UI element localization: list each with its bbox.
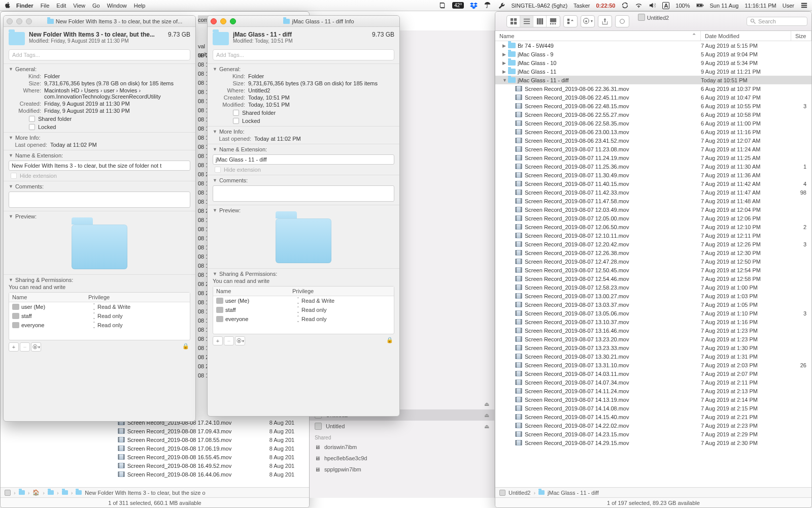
file-row[interactable]: Screen Record_2019-08-07 14.22.02.mov7 A… [495,421,811,430]
volume-icon[interactable] [649,2,656,9]
file-row[interactable]: Screen Record_2019-08-07 13.05.06.mov7 A… [495,309,811,318]
menu-window[interactable]: Window [107,3,127,9]
close-button[interactable] [211,18,217,24]
locked-checkbox[interactable]: Locked [29,124,190,130]
file-row[interactable]: Screen Record_2019-08-07 14.14.08.mov7 A… [495,404,811,412]
file-row[interactable]: Screen Record_2019-08-07 11.25.36.mov7 A… [495,162,811,171]
tags-field[interactable]: Add Tags... [9,49,190,60]
file-row[interactable]: Screen Record_2019-08-07 13.23.33.mov7 A… [495,343,811,352]
section-more-info[interactable]: ▼More Info: [213,129,394,135]
file-row[interactable]: Screen Record_2019-08-07 12.03.49.mov7 A… [495,205,811,214]
section-general[interactable]: ▼General: [9,66,190,72]
file-row[interactable]: Screen Record_2019-08-07 12.20.42.mov7 A… [495,240,811,248]
remove-user-button[interactable]: − [224,336,234,345]
wifi-name[interactable]: SINGTEL-9A62 (5ghz) [511,3,567,9]
minimize-button[interactable] [220,18,226,24]
perm-row[interactable]: staff⌃⌄Read only [9,311,190,321]
name-extension-field[interactable]: New Folder With Items 3 - to clear, but … [9,161,190,171]
section-more-info[interactable]: ▼More Info: [9,135,190,141]
file-row[interactable]: Screen Record_2019-08-07 11.23.08.mov7 A… [495,145,811,153]
disclosure-triangle-icon[interactable]: ▶ [502,60,507,66]
file-row[interactable]: Screen Record_2019-08-07 14.03.11.mov7 A… [495,369,811,378]
comments-field[interactable] [213,185,394,202]
file-row[interactable]: Screen Record_2019-08-08 16.55.45.mov8 A… [102,453,309,461]
app-name[interactable]: Finder [16,3,33,9]
locked-checkbox[interactable]: Locked [233,118,394,124]
path-segment[interactable]: jMac Glass - 11 - diff [548,490,599,496]
file-row[interactable]: Screen Record_2019-08-08 17.08.55.mov8 A… [102,435,309,444]
perm-row[interactable]: staff⌃⌄Read only [213,305,394,314]
battery-text[interactable]: 100% [675,3,690,9]
tags-field[interactable]: Add Tags... [213,49,394,60]
zoom-button[interactable] [26,18,32,24]
file-row[interactable]: Screen Record_2019-08-07 13.23.20.mov7 A… [495,335,811,343]
script-menu-icon[interactable] [438,2,446,9]
right-file-list[interactable]: ▶ Br 74 - 5W4497 Aug 2019 at 5:15 PM ▶ j… [495,41,811,497]
file-row[interactable]: Screen Record_2019-08-07 11.42.33.mov7 A… [495,188,811,197]
column-headers[interactable]: Name⌃ Date Modified Size [495,31,811,41]
file-row[interactable]: Screen Record_2019-08-07 14.11.24.mov7 A… [495,387,811,395]
notification-center-icon[interactable] [800,2,808,9]
temp-badge[interactable]: 42° [452,2,464,9]
perm-row[interactable]: user (Me)⌃⌄Read & Write [213,296,394,305]
comments-field[interactable] [9,192,190,208]
file-row[interactable]: Screen Record_2019-08-07 13.03.37.mov7 A… [495,300,811,309]
dropbox-icon[interactable] [470,2,478,9]
sync-icon[interactable] [621,2,629,9]
col-name[interactable]: Name⌃ [495,31,701,41]
file-row[interactable]: Screen Record_2019-08-07 13.10.37.mov7 A… [495,318,811,326]
file-row[interactable]: Screen Record_2019-08-07 12.05.00.mov7 A… [495,214,811,223]
file-row[interactable]: Screen Record_2019-08-08 17.09.43.mov8 A… [102,427,309,435]
file-row[interactable]: Screen Record_2019-08-07 14.15.40.mov7 A… [495,412,811,421]
tasker-menu[interactable]: Tasker [573,3,590,9]
add-user-button[interactable]: + [9,342,19,352]
file-row[interactable]: Screen Record_2019-08-07 12.54.46.mov7 A… [495,274,811,283]
folder-row[interactable]: ▶ jMac Glass - 109 Aug 2019 at 5:34 PM [495,58,811,67]
file-row[interactable]: Screen Record_2019-08-07 14.13.19.mov7 A… [495,395,811,404]
apple-logo-icon[interactable] [4,2,11,10]
file-row[interactable]: Screen Record_2019-08-07 12.06.50.mov7 A… [495,223,811,231]
file-row[interactable]: Screen Record_2019-08-07 12.47.28.mov7 A… [495,257,811,266]
folder-row[interactable]: ▶ jMac Glass - 95 Aug 2019 at 9:04 PM [495,50,811,58]
menu-view[interactable]: View [73,3,85,9]
sidebar-shared-item[interactable]: 🖥doriswin7ibm [310,441,494,453]
file-row[interactable]: Screen Record_2019-08-07 12.10.11.mov7 A… [495,231,811,240]
file-row[interactable]: Screen Record_2019-08-07 13.16.46.mov7 A… [495,326,811,335]
add-user-button[interactable]: + [213,336,223,345]
remove-user-button[interactable]: − [20,342,30,352]
perm-row[interactable]: everyone⌃⌄Read only [213,314,394,324]
file-row[interactable]: Screen Record_2019-08-07 11.24.19.mov7 A… [495,153,811,162]
timer-badge[interactable]: 0:22:50 [596,3,615,9]
path-folder-name[interactable]: New Folder With Items 3 - to clear, but … [85,490,205,496]
minimize-button[interactable] [16,18,22,24]
section-preview[interactable]: ▼Preview: [213,207,394,213]
file-row[interactable]: Screen Record_2019-08-06 23.41.52.mov7 A… [495,136,811,145]
file-row[interactable]: Screen Record_2019-08-07 14.29.15.mov7 A… [495,438,811,447]
file-row[interactable]: Screen Record_2019-08-07 14.07.34.mov7 A… [495,378,811,387]
file-row[interactable]: Screen Record_2019-08-06 23.00.13.mov6 A… [495,128,811,136]
perm-row[interactable]: everyone⌃⌄Read only [9,321,190,330]
umbrella-icon[interactable] [484,2,491,9]
file-row[interactable]: Screen Record_2019-08-07 14.23.15.mov7 A… [495,430,811,438]
file-row[interactable]: Screen Record_2019-08-07 12.26.38.mov7 A… [495,248,811,257]
shared-folder-checkbox[interactable]: Shared folder [29,116,190,122]
close-button[interactable] [7,18,13,24]
section-comments[interactable]: ▼Comments: [9,183,190,189]
file-row[interactable]: Screen Record_2019-08-07 13.30.21.mov7 A… [495,352,811,361]
name-extension-field[interactable]: jMac Glass - 11 - diff [213,154,394,165]
zoom-button[interactable] [230,18,236,24]
file-row[interactable]: Screen Record_2019-08-06 22.36.31.mov6 A… [495,84,811,93]
eject-icon[interactable]: ⏏ [484,423,489,430]
file-row[interactable]: Screen Record_2019-08-08 17.06.19.mov8 A… [102,444,309,453]
menu-go[interactable]: Go [92,3,100,9]
eject-icon[interactable]: ⏏ [484,401,489,407]
folder-row[interactable]: ▶ Br 74 - 5W4497 Aug 2019 at 5:15 PM [495,41,811,50]
tool-icon[interactable] [497,2,505,9]
keyboard-icon[interactable]: A [662,2,669,9]
file-row[interactable]: Screen Record_2019-08-07 11.47.58.mov7 A… [495,197,811,205]
folder-row[interactable]: ▼ jMac Glass - 11 - diffToday at 10:51 P… [495,76,811,84]
lock-icon[interactable]: 🔒 [182,343,190,351]
file-row[interactable]: Screen Record_2019-08-07 11.40.15.mov7 A… [495,179,811,188]
disclosure-triangle-icon[interactable]: ▶ [502,43,507,48]
file-row[interactable]: Screen Record_2019-08-07 11.30.49.mov7 A… [495,171,811,179]
